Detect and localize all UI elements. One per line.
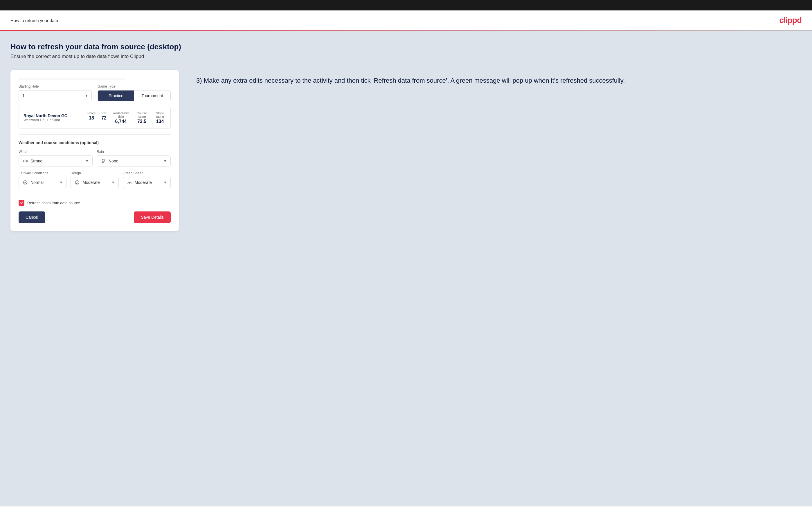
conditions-heading: Weather and course conditions (optional) (18, 140, 171, 145)
starting-hole-select[interactable]: 1 (18, 90, 92, 101)
green-speed-arrow-icon: ▼ (163, 180, 167, 184)
wind-rain-row: Wind Strong ▼ Rain (18, 150, 171, 167)
starting-hole-wrapper: 1 ▼ (18, 90, 92, 101)
holes-value: 18 (89, 115, 94, 120)
practice-button[interactable]: Practice (98, 91, 134, 101)
par-value: 72 (101, 115, 107, 120)
main-content: How to refresh your data from source (de… (0, 31, 812, 506)
holes-label: Holes (87, 111, 96, 115)
wind-arrow-icon: ▼ (85, 159, 89, 163)
course-info-box: Royal North Devon GC, Westward Ho!, Engl… (18, 107, 171, 128)
rain-label: Rain (97, 150, 171, 154)
svg-line-2 (103, 162, 104, 163)
form-card: Starting Hole 1 ▼ Game Type Practice Tou… (10, 70, 179, 231)
svg-point-4 (75, 181, 79, 184)
rough-select[interactable]: Moderate ▼ (70, 177, 118, 188)
holes-stat: Holes 18 (87, 111, 96, 124)
course-stats: Holes 18 Par 72 Yards/White (M)) 6,744 C… (87, 111, 166, 124)
instruction-panel: 3) Make any extra edits necessary to the… (196, 70, 802, 85)
wind-label: Wind (18, 150, 93, 154)
green-speed-select[interactable]: Moderate ▼ (123, 177, 171, 188)
wind-icon (22, 158, 28, 164)
wind-value: Strong (31, 159, 85, 163)
green-speed-group: Green Speed Moderate ▼ (123, 171, 171, 188)
wind-group: Wind Strong ▼ (18, 150, 93, 167)
header: How to refresh your data clippd (0, 10, 812, 31)
starting-hole-label: Starting Hole (18, 84, 92, 89)
section-divider (18, 134, 171, 134)
fairway-group: Fairway Conditions Normal ▼ (18, 171, 66, 188)
course-location: Westward Ho!, England (23, 118, 82, 122)
top-form-row: Starting Hole 1 ▼ Game Type Practice Tou… (18, 84, 171, 101)
rough-group: Rough Moderate ▼ (70, 171, 118, 188)
fairway-select[interactable]: Normal ▼ (18, 177, 66, 188)
fairway-arrow-icon: ▼ (59, 180, 63, 184)
rain-group: Rain None ▼ (97, 150, 171, 167)
rain-value: None (109, 159, 163, 163)
top-bar (0, 0, 812, 10)
game-type-toggle: Practice Tournament (98, 90, 171, 101)
rain-icon (100, 158, 106, 164)
footer: Copyright Clippd 2022 (0, 506, 812, 507)
green-speed-value: Moderate (135, 180, 163, 185)
rough-arrow-icon: ▼ (111, 180, 115, 184)
refresh-checkbox-row: Refresh shots from data source (18, 200, 171, 206)
tournament-button[interactable]: Tournament (134, 91, 170, 101)
section-divider-2 (18, 194, 171, 194)
yards-value: 6,744 (115, 119, 126, 124)
action-row: Cancel Save Details (18, 212, 171, 223)
green-speed-icon (126, 179, 133, 185)
content-layout: Starting Hole 1 ▼ Game Type Practice Tou… (10, 70, 802, 231)
refresh-label: Refresh shots from data source (27, 201, 80, 205)
slope-rating-label: Slope rating (154, 111, 166, 118)
cancel-button[interactable]: Cancel (18, 212, 45, 223)
header-title: How to refresh your data (10, 18, 58, 23)
par-label: Par (101, 111, 107, 115)
course-name-section: Royal North Devon GC, Westward Ho!, Engl… (23, 113, 82, 122)
refresh-checkbox[interactable] (18, 200, 24, 206)
slope-rating-value: 134 (156, 119, 164, 124)
save-button[interactable]: Save Details (134, 212, 171, 223)
rough-icon (74, 179, 80, 185)
course-rating-value: 72.5 (137, 119, 146, 124)
rain-arrow-icon: ▼ (163, 159, 167, 163)
rain-select[interactable]: None ▼ (97, 156, 171, 167)
rough-label: Rough (70, 171, 118, 175)
rough-value: Moderate (83, 180, 111, 185)
game-type-group: Game Type Practice Tournament (98, 84, 171, 101)
svg-point-0 (102, 159, 105, 162)
green-speed-label: Green Speed (123, 171, 171, 175)
course-name: Royal North Devon GC, (23, 113, 82, 118)
fairway-rough-green-row: Fairway Conditions Normal ▼ Rough (18, 171, 171, 188)
par-stat: Par 72 (101, 111, 107, 124)
fairway-value: Normal (31, 180, 59, 185)
fairway-icon (22, 179, 28, 185)
yards-label: Yards/White (M)) (112, 111, 130, 118)
starting-hole-group: Starting Hole 1 ▼ (18, 84, 92, 101)
game-type-label: Game Type (98, 84, 171, 89)
fairway-label: Fairway Conditions (18, 171, 66, 175)
page-subtitle: Ensure the correct and most up to date d… (10, 54, 802, 59)
wind-select[interactable]: Strong ▼ (18, 156, 93, 167)
course-rating-stat: Course rating 72.5 (135, 111, 148, 124)
yards-stat: Yards/White (M)) 6,744 (112, 111, 130, 124)
page-title: How to refresh your data from source (de… (10, 42, 802, 51)
partial-indicator (18, 78, 125, 80)
course-rating-label: Course rating (135, 111, 148, 118)
svg-line-1 (102, 162, 103, 163)
slope-rating-stat: Slope rating 134 (154, 111, 166, 124)
logo: clippd (779, 16, 802, 25)
instruction-text: 3) Make any extra edits necessary to the… (196, 76, 802, 85)
